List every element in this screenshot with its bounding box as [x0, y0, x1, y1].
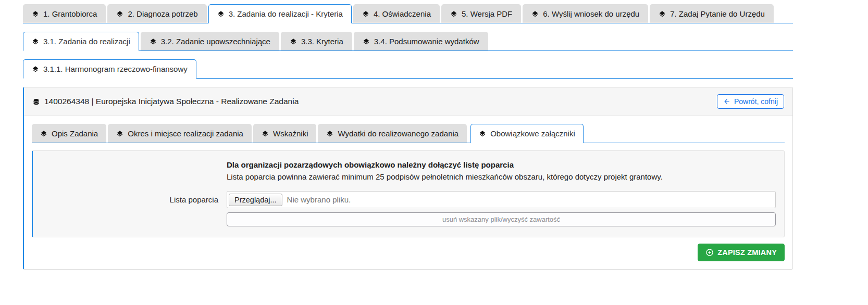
layers-icon	[262, 130, 269, 137]
tab-label: 3.1.1. Harmonogram rzeczowo-finansowy	[43, 65, 188, 73]
arrow-left-icon	[723, 98, 730, 105]
save-changes-button[interactable]: ZAPISZ ZMIANY	[698, 244, 785, 261]
lista-poparcia-label: Lista poparcia	[33, 195, 218, 204]
layers-icon	[116, 130, 123, 137]
tab-label: 3.2. Zadanie upowszechniające	[161, 37, 270, 46]
layers-icon	[326, 130, 333, 137]
tab-label: 2. Diagnoza potrzeb	[128, 9, 197, 18]
layers-icon	[479, 130, 486, 137]
lista-poparcia-file-input[interactable]: Przeglądaj... Nie wybrano pliku.	[227, 191, 776, 208]
layers-icon	[40, 130, 47, 137]
layers-icon	[363, 38, 370, 45]
layers-icon	[217, 10, 225, 18]
layers-icon	[32, 66, 39, 73]
info-description-text: Lista poparcia powinna zawierać minimum …	[227, 171, 776, 183]
layers-icon	[32, 10, 39, 18]
tab-label: 6. Wyślij wniosek do urzędu	[543, 9, 639, 18]
tab-zadania-do-realizacji[interactable]: 3.1. Zadania do realizacji	[23, 32, 139, 51]
subsubsection-tabs: 3.1.1. Harmonogram rzeczowo-finansowy	[23, 59, 793, 79]
application-form-page: 1. Grantobiorca 2. Diagnoza potrzeb 3. Z…	[0, 0, 868, 270]
tab-oswiadczenia[interactable]: 4. Oświadczenia	[353, 4, 440, 23]
tab-label: 7. Zadaj Pytanie do Urzędu	[670, 9, 765, 18]
form-actions: ZAPISZ ZMIANY	[32, 244, 785, 261]
tab-label: Okres i miejsce realizacji zadania	[128, 129, 243, 138]
layers-icon	[116, 10, 123, 18]
tab-label: 3.3. Kryteria	[301, 37, 343, 46]
back-button[interactable]: Powrót, cofnij	[717, 94, 784, 109]
task-panel-body: Opis Zadania Okres i miejsce realizacji …	[24, 116, 792, 269]
browse-button[interactable]: Przeglądaj...	[229, 194, 282, 206]
info-block: Dla organizacji pozarządowych obowiązkow…	[227, 159, 776, 187]
layers-icon	[290, 38, 297, 45]
tab-okres-i-miejsce[interactable]: Okres i miejsce realizacji zadania	[108, 124, 252, 143]
info-bold-text: Dla organizacji pozarządowych obowiązkow…	[227, 159, 776, 171]
back-button-label: Powrót, cofnij	[734, 97, 778, 106]
tab-wskazniki[interactable]: Wskaźniki	[253, 124, 317, 143]
database-icon	[32, 98, 40, 106]
tab-wyslij-wniosek[interactable]: 6. Wyślij wniosek do urzędu	[523, 4, 648, 23]
main-section-tabs: 1. Grantobiorca 2. Diagnoza potrzeb 3. Z…	[23, 4, 793, 23]
tab-label: Wydatki do realizowanego zadania	[338, 129, 458, 138]
tab-harmonogram-rzeczowo-finansowy[interactable]: 3.1.1. Harmonogram rzeczowo-finansowy	[23, 59, 196, 79]
tab-wersja-pdf[interactable]: 5. Wersja PDF	[441, 4, 521, 23]
task-panel: 1400264348 | Europejska Inicjatywa Społe…	[23, 87, 793, 270]
tab-podsumowanie-wydatkow[interactable]: 3.4. Podsumowanie wydatków	[354, 32, 488, 50]
tab-label: 1. Grantobiorca	[43, 9, 97, 18]
info-row: Dla organizacji pozarządowych obowiązkow…	[33, 159, 776, 187]
subsection-tabs: 3.1. Zadania do realizacji 3.2. Zadanie …	[23, 32, 793, 51]
layers-icon	[32, 38, 39, 45]
tab-label: 3.4. Podsumowanie wydatków	[374, 37, 479, 46]
file-status-text: Nie wybrano pliku.	[287, 195, 351, 204]
tab-label: 4. Oświadczenia	[374, 9, 431, 18]
task-panel-header: 1400264348 | Europejska Inicjatywa Społe…	[24, 87, 792, 116]
tab-label: 5. Wersja PDF	[462, 9, 512, 18]
clear-file-button[interactable]: usuń wskazany plik/wyczyść zawartość	[227, 212, 776, 226]
plus-circle-icon	[705, 248, 714, 257]
tab-grantobiorca[interactable]: 1. Grantobiorca	[23, 4, 106, 23]
tab-opis-zadania[interactable]: Opis Zadania	[32, 124, 106, 143]
tab-label: Opis Zadania	[52, 129, 98, 138]
attachments-form: Dla organizacji pozarządowych obowiązkow…	[32, 150, 785, 237]
tab-diagnoza-potrzeb[interactable]: 2. Diagnoza potrzeb	[107, 4, 206, 23]
tab-label: 3. Zadania do realizacji - Kryteria	[229, 9, 343, 18]
tab-label: Wskaźniki	[273, 129, 308, 138]
layers-icon	[659, 10, 666, 18]
tab-zadanie-upowszechniajace[interactable]: 3.2. Zadanie upowszechniające	[141, 32, 279, 50]
layers-icon	[150, 38, 157, 45]
tab-wydatki[interactable]: Wydatki do realizowanego zadania	[318, 124, 467, 143]
layers-icon	[450, 10, 457, 18]
tab-zadaj-pytanie[interactable]: 7. Zadaj Pytanie do Urzędu	[650, 4, 774, 23]
tab-obowiazkowe-zalaczniki[interactable]: Obowiązkowe załączniki	[470, 124, 584, 143]
layers-icon	[531, 10, 539, 18]
tab-label: Obowiązkowe załączniki	[490, 129, 575, 138]
file-upload-row: Lista poparcia Przeglądaj... Nie wybrano…	[33, 191, 776, 208]
tab-zadania-do-realizacji-kryteria[interactable]: 3. Zadania do realizacji - Kryteria	[208, 4, 352, 23]
tab-kryteria[interactable]: 3.3. Kryteria	[281, 32, 352, 50]
task-panel-title: 1400264348 | Europejska Inicjatywa Społe…	[32, 97, 299, 106]
task-title-text: 1400264348 | Europejska Inicjatywa Społe…	[44, 97, 299, 106]
tab-label: 3.1. Zadania do realizacji	[43, 37, 130, 46]
save-changes-label: ZAPISZ ZMIANY	[717, 248, 777, 257]
task-detail-tabs: Opis Zadania Okres i miejsce realizacji …	[32, 124, 785, 143]
clear-file-row: usuń wskazany plik/wyczyść zawartość	[33, 212, 776, 226]
layers-icon	[362, 10, 369, 18]
